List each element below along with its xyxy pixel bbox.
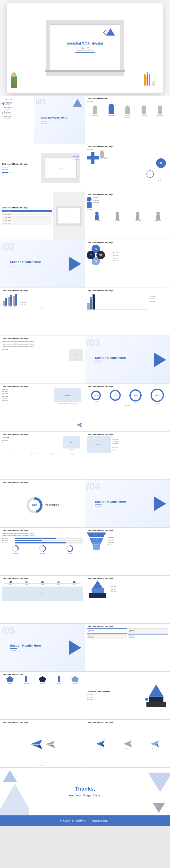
promo-bar: 更多精品PPT资源尽在——mcai999.com！ [0, 815, 170, 826]
cover-slide: 蓝色简约通用工作 报告模板 汇报人：XXX Presenter name and… [0, 0, 170, 96]
slide-row-11: Click to edit Master title style 2010 20… [0, 576, 170, 624]
donut-label: TEXT HERE [45, 504, 59, 507]
slide-3: Click to edit Master title Text here Tex… [85, 96, 170, 144]
svg-marker-20 [151, 740, 159, 747]
slide-26: Click to edit Master title Text here Tex… [0, 672, 85, 719]
donut-percent: 78% [32, 504, 37, 507]
slide-number: 20 [167, 573, 168, 575]
slide-number: 27 [82, 765, 83, 767]
slide-23: Click to edit Master title style Text he… [85, 576, 170, 624]
slide-22: Click to edit Master title style 2010 20… [0, 576, 85, 624]
slide-row-13: Click to edit Master title Text here Tex… [0, 672, 170, 719]
slide28-content: Click to edit Master title style Text he… [0, 720, 85, 767]
slide-row-14: Click to edit Master title style Text he… [0, 719, 170, 768]
slide-29: Click to edit Master title style Text he… [85, 719, 170, 768]
slide26-content: Click to edit Master title Text here Tex… [0, 672, 85, 688]
slide14-content: Click to edit Master title style Text he… [0, 384, 85, 405]
slide-number: 19 [82, 573, 83, 575]
svg-marker-16 [96, 740, 105, 747]
svg-marker-18 [123, 740, 132, 747]
slide3-title: Click to edit Master title [87, 98, 168, 100]
slide4-right: Image Text here Text here [37, 144, 85, 192]
slide-number: 29 [167, 813, 168, 814]
slide-11: Click to edit Master title style 2010 20… [85, 288, 170, 336]
slide-number: 24 [167, 669, 168, 671]
slide21-content: Click to edit Master title style Text he… [85, 528, 170, 551]
slide-number: 23 [82, 669, 83, 671]
slide-number: 5 [83, 238, 83, 239]
slide-number: 2 [168, 142, 168, 143]
slide-row-2: Click to edit Master title style Text he… [0, 144, 170, 192]
slide-row-10: Click to edit Master title style Please … [0, 528, 170, 576]
slide11-content: Click to edit Master title style 2010 20… [85, 288, 170, 313]
slide-row-6: Click to edit Master title style Please … [0, 336, 170, 384]
laptop: 蓝色简约通用工作 报告模板 汇报人：XXX Presenter name and… [46, 20, 124, 76]
slide-21: Click to edit Master title style Text he… [85, 528, 170, 576]
slide-number: 4 [168, 189, 168, 191]
slide17-content: Click to edit Master title style China M… [85, 432, 170, 455]
slide-number: 9 [83, 333, 83, 335]
slide-13: /03 Section Header Here Text here 12 [85, 336, 170, 384]
slide25-content: Click to edit Master title style Text he… [85, 624, 170, 641]
slide-28: Click to edit Master title style Text he… [0, 719, 85, 768]
slide-8: /02 Section Header Here Text here 7 [0, 240, 85, 288]
slide-25: Click to edit Master title style Text he… [85, 624, 170, 672]
slide27-content: Click to edit Master title style Text he… [85, 672, 170, 719]
flower-decoration [11, 76, 17, 88]
slide-number: 21 [82, 621, 83, 623]
slide-number: 10 [167, 333, 168, 335]
slide12-content: Click to edit Master title style Please … [0, 336, 85, 362]
contents-label: CONTENTS [2, 98, 33, 100]
slide7-content: Click to edit Master title style Text he… [85, 192, 170, 222]
slide-12: Click to edit Master title style Please … [0, 336, 85, 384]
swot-content: Click to edit Master title style S T W O… [85, 240, 170, 271]
slide-row-3: Click to edit Master title style 01 Text… [0, 192, 170, 240]
figure-row: Text here Text here Text here Text here … [87, 104, 168, 116]
slide-5: Click to edit Master title style Text he… [85, 144, 170, 192]
thanks-subtitle: And Your Slogan Here. [34, 794, 136, 797]
slide-number: 25 [82, 717, 83, 718]
slide4-left: Click to edit Master title style Text he… [0, 144, 37, 192]
slide22-content: Click to edit Master title style 2010 20… [0, 576, 85, 602]
slide-number: 7 [83, 285, 83, 287]
slide-number: 17 [82, 525, 83, 527]
slide-2: CONTENTS Text here Text here Text here [0, 96, 85, 144]
slide-number: 13 [82, 429, 83, 431]
cover-subtitle: 汇报人：XXX [67, 47, 103, 49]
slide23-content: Click to edit Master title style Text he… [85, 576, 170, 599]
thanks-slide: Thanks, And Your Slogan Here. 29 [0, 768, 170, 815]
slide-number: 12 [167, 381, 168, 383]
slide-17: Click to edit Master title style China M… [85, 432, 170, 479]
slide-number: 11 [82, 381, 83, 383]
slide-16: Click to edit Master title style Text he… [0, 432, 85, 479]
slide-6: Click to edit Master title style 01 Text… [0, 192, 85, 240]
slide-19: /04 Section Header Here Text here 18 [85, 479, 170, 528]
slide5-right: K 01 Text here 02 Text here [144, 146, 168, 190]
slide15-content: Click to edit Master title style 50% Leg… [85, 384, 170, 408]
contents-list: Text here Text here Text here Text here [2, 102, 33, 119]
cover-desc: Presenter name and title [67, 50, 103, 51]
slide-row-8: Click to edit Master title style Text he… [0, 432, 170, 479]
slide6-content: Click to edit Master title style 01 Text… [0, 192, 85, 240]
slide-number: 3 [83, 189, 83, 191]
slide-number: 1 [83, 142, 83, 143]
slide-20: Click to edit Master title style Please … [0, 528, 85, 576]
slide29-content: Click to edit Master title style Text he… [85, 720, 170, 767]
slide-number: 22 [167, 621, 168, 623]
slide-number: 15 [82, 477, 83, 479]
slide-row-12: /05 Section Header Here Text here 23 Cli… [0, 624, 170, 672]
laptop-screen: 蓝色简约通用工作 报告模板 汇报人：XXX Presenter name and… [50, 24, 120, 70]
slide-number: 28 [167, 765, 168, 767]
cover-card: 蓝色简约通用工作 报告模板 汇报人：XXX Presenter name and… [7, 3, 163, 93]
slide16-content: Click to edit Master title style Text he… [0, 432, 85, 456]
section01-header: Section Header Here [41, 116, 83, 119]
slide10-content: Click to edit Master title style 2010 20… [0, 288, 85, 310]
slide-7: Click to edit Master title style Text he… [85, 192, 170, 240]
slide18-content: Click to edit Master title style 78% TEX… [0, 480, 85, 527]
promo-text: 更多精品PPT资源尽在——mcai999.com！ [60, 819, 110, 823]
slide5-left: Click to edit Master title style Text he… [87, 146, 144, 190]
slide-row-5: Click to edit Master title style 2010 20… [0, 288, 170, 336]
slide-27: Click to edit Master title style Text he… [85, 672, 170, 719]
thanks-title: Thanks, [34, 786, 136, 792]
slide-row-9: Click to edit Master title style 78% TEX… [0, 479, 170, 528]
